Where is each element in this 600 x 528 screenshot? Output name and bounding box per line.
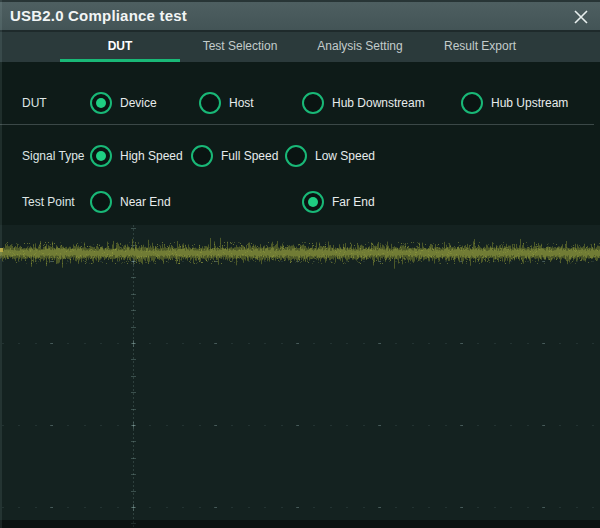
close-button[interactable] — [571, 7, 591, 27]
radio-label: Hub Downstream — [332, 92, 425, 114]
radio-circle — [191, 145, 213, 167]
scope-waveform-display — [0, 225, 600, 528]
dialog-left-edge — [0, 0, 2, 528]
radio-circle — [302, 191, 324, 213]
tab-test-selection[interactable]: Test Selection — [180, 32, 300, 62]
radio-circle — [285, 145, 307, 167]
usb-compliance-dialog: DUTDeviceHostHub DownstreamHub UpstreamS… — [0, 0, 600, 528]
tab-analysis-setting[interactable]: Analysis Setting — [300, 32, 420, 62]
radio-dot — [96, 151, 106, 161]
tab-bar: DUTTest SelectionAnalysis SettingResult … — [0, 32, 600, 62]
section-divider — [0, 124, 594, 125]
radio-dot — [308, 197, 318, 207]
dialog-titlebar: USB2.0 Compliance test — [0, 0, 600, 32]
row-label-dut: DUT — [22, 92, 47, 114]
radio-circle — [90, 145, 112, 167]
dialog-form-area: DUTDeviceHostHub DownstreamHub UpstreamS… — [0, 62, 600, 225]
radio-circle — [199, 92, 221, 114]
tab-result-export[interactable]: Result Export — [420, 32, 540, 62]
radio-label: Far End — [332, 191, 375, 213]
radio-circle — [302, 92, 324, 114]
close-icon — [573, 9, 589, 25]
form-row-dut: DUTDeviceHostHub DownstreamHub Upstream — [0, 92, 600, 114]
radio-circle — [90, 191, 112, 213]
tab-dut[interactable]: DUT — [60, 32, 180, 62]
form-row-test-point: Test PointNear EndFar End — [0, 191, 600, 213]
radio-label: Hub Upstream — [491, 92, 568, 114]
dialog-title: USB2.0 Compliance test — [10, 2, 187, 30]
tabs: DUTTest SelectionAnalysis SettingResult … — [60, 32, 540, 62]
form-row-signal-type: Signal TypeHigh SpeedFull SpeedLow Speed — [0, 145, 600, 167]
radio-label: Low Speed — [315, 145, 375, 167]
radio-label: High Speed — [120, 145, 183, 167]
radio-label: Host — [229, 92, 254, 114]
radio-label: Device — [120, 92, 157, 114]
radio-circle — [461, 92, 483, 114]
row-label-signal-type: Signal Type — [22, 145, 85, 167]
radio-circle — [90, 92, 112, 114]
radio-dot — [96, 98, 106, 108]
radio-label: Near End — [120, 191, 171, 213]
radio-label: Full Speed — [221, 145, 278, 167]
row-label-test-point: Test Point — [22, 191, 75, 213]
